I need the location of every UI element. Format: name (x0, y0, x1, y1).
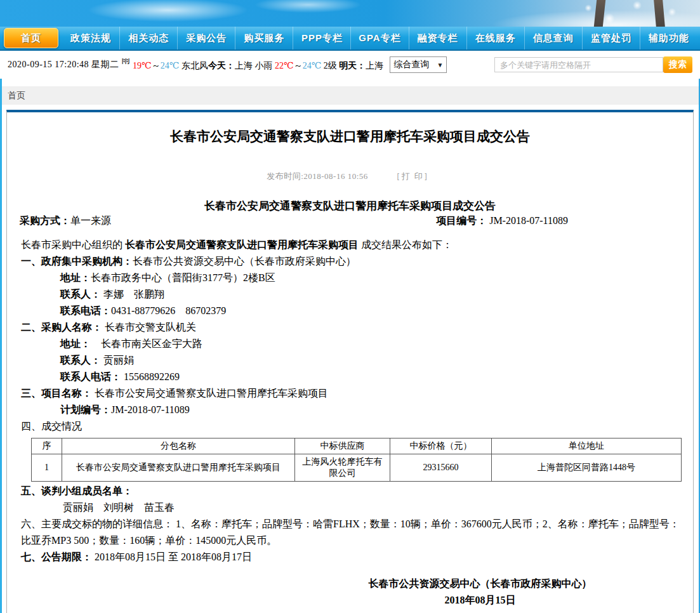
publish-row: 发布时间:2018-08-16 10:56 ［打 印］ (15, 171, 685, 182)
project-number: 项目编号： JM-2018-07-11089 (436, 214, 568, 228)
search-input[interactable] (494, 57, 663, 72)
nav-tab-ppp[interactable]: PPP专栏 (293, 27, 351, 49)
nav-tab-info-query[interactable]: 信息查询 (525, 27, 583, 49)
weather-tilde: ～ (152, 61, 161, 70)
weather-today-label: 今天： (208, 61, 235, 70)
document-meta-row: 采购方式：单一来源 项目编号： JM-2018-07-11089 (15, 214, 685, 228)
table-cell: 29315660 (390, 454, 492, 482)
weather-temp-low: 24℃ (161, 61, 180, 70)
nav-tab-online-service[interactable]: 在线服务 (467, 27, 525, 49)
breadcrumb: 首页 (0, 86, 700, 105)
table-header-cell: 单位地址 (492, 438, 682, 454)
section-1-contact: 联系人： 李娜 张鹏翔 (21, 286, 685, 303)
section-7-period: 七、公告期限： 2018年08月15日 至 2018年08月17日 (21, 549, 685, 565)
print-link[interactable]: ［打 印］ (392, 171, 433, 181)
nav-tab-purchase-service[interactable]: 购买服务 (235, 27, 293, 49)
section-6-details: 六、主要成交标的物的详细信息： 1、名称：摩托车；品牌型号：哈雷FLHX；数量：… (21, 516, 685, 549)
search-category-value: 综合查询 (393, 59, 429, 70)
table-header-cell: 分包名称 (62, 438, 295, 454)
section-2-phone: 联系人电话： 15568892269 (21, 369, 685, 385)
table-cell: 上海普陀区同普路1448号 (492, 454, 682, 482)
weather-tilde: ～ (294, 61, 303, 70)
nav-tab-policy[interactable]: 政策法规 (62, 27, 120, 49)
page-edge-accent (0, 79, 2, 613)
nav-tab-announcements[interactable]: 采购公告 (178, 27, 235, 49)
announcement-content: 长春市公安局交通警察支队进口警用摩托车采购项目成交公告 发布时间:2018-08… (6, 110, 694, 613)
section-1-agency: 一、政府集中采购机构：长春市公共资源交易中心（长春市政府采购中心） (21, 253, 685, 270)
table-cell: 长春市公安局交通警察支队进口警用摩托车采购项目 (62, 454, 295, 482)
nav-tab-gpa[interactable]: GPA专栏 (351, 27, 409, 49)
weather-today-text: 上海 小雨 (235, 61, 275, 70)
weather-temp-high: 22℃ (275, 61, 294, 70)
weather-temp-low: 24℃ (303, 61, 322, 70)
weather-wind: 东北风 (179, 61, 208, 70)
toolbar: 2020-09-15 17:20:48 星期二 雨 19℃～24℃ 东北风今天：… (0, 51, 700, 79)
document-title: 长春市公安局交通警察支队进口警用摩托车采购项目成交公告 (15, 199, 685, 213)
weather-wind-level: 2级 (321, 61, 339, 70)
main-nav: 首页 政策法规 相关动态 采购公告 购买服务 PPP专栏 GPA专栏 融资专栏 … (0, 27, 700, 51)
section-5-heading: 五、谈判小组成员名单： (21, 483, 685, 499)
signature-block: 长春市公共资源交易中心（长春市政府采购中心） 2018年08月15日 (21, 576, 685, 609)
nav-tab-supervision[interactable]: 监管处罚 (583, 27, 640, 49)
nav-tab-home[interactable]: 首页 (4, 28, 58, 48)
nav-tab-financing[interactable]: 融资专栏 (409, 27, 467, 49)
table-cell: 1 (32, 454, 62, 482)
deal-result-table: 序 分包名称 中标供应商 中标价格（元） 单位地址 1 长春市公安局交通警察支队… (31, 438, 682, 482)
section-3-project: 三、项目名称： 长春市公安局交通警察支队进口警用摩托车采购项目 (21, 385, 685, 402)
weather-clipped-word: 雨 (122, 58, 131, 66)
site-banner (0, 0, 700, 27)
nav-tab-assist[interactable]: 辅助功能 (640, 27, 697, 49)
section-2-address: 地址： 长春市南关区金宇大路 (21, 336, 685, 352)
breadcrumb-home[interactable]: 首页 (8, 90, 25, 102)
table-row: 1 长春市公安局交通警察支队进口警用摩托车采购项目 上海风火轮摩托车有限公司 2… (32, 454, 682, 482)
table-header-cell: 中标价格（元） (390, 438, 492, 454)
table-cell: 上海风火轮摩托车有限公司 (295, 454, 390, 482)
section-2-purchaser: 二、采购人名称： 长春市交警支队机关 (21, 319, 685, 336)
search-category-select[interactable]: 综合查询 ▼ (390, 56, 447, 73)
weather-tomorrow-label: 明天： (339, 61, 366, 70)
section-2-contact: 联系人： 贡丽娟 (21, 352, 685, 369)
weather-tomorrow-text: 上海 (366, 61, 383, 70)
table-header-cell: 中标供应商 (295, 438, 390, 454)
search-button[interactable]: 搜索 (663, 56, 692, 73)
publish-time: 发布时间:2018-08-16 10:56 (267, 171, 368, 181)
weather-ticker: 雨 19℃～24℃ 东北风今天：上海 小雨 22℃～24℃ 2级 明天：上海 (122, 58, 384, 72)
section-1-phone: 联系电话：0431-88779626 86702379 (21, 303, 685, 319)
table-header-cell: 序 (32, 438, 62, 454)
section-1-address: 地址：长春市政务中心（普阳街3177号）2楼B区 (21, 270, 685, 286)
section-5-members: 贡丽娟 刘明树 苗玉春 (21, 499, 685, 516)
signature-organization: 长春市公共资源交易中心（长春市政府采购中心） (275, 576, 685, 592)
procurement-method: 采购方式：单一来源 (20, 214, 111, 228)
table-header-row: 序 分包名称 中标供应商 中标价格（元） 单位地址 (32, 438, 682, 454)
chevron-down-icon: ▼ (437, 62, 443, 69)
banner-snow-decoration (560, 0, 700, 27)
page: 首页 政策法规 相关动态 采购公告 购买服务 PPP专栏 GPA专栏 融资专栏 … (0, 0, 700, 613)
weather-temp-high: 19℃ (133, 61, 152, 70)
intro-line: 长春市采购中心组织的 长春市公安局交通警察支队进口警用摩托车采购项目 成交结果公… (21, 237, 685, 253)
section-4-heading: 四、成交情况 (21, 418, 685, 435)
announcement-body: 长春市采购中心组织的 长春市公安局交通警察支队进口警用摩托车采购项目 成交结果公… (15, 237, 685, 609)
page-title: 长春市公安局交通警察支队进口警用摩托车采购项目成交公告 (15, 128, 685, 145)
signature-date: 2018年08月15日 (275, 592, 685, 609)
nav-tab-news[interactable]: 相关动态 (120, 27, 178, 49)
current-datetime: 2020-09-15 17:20:48 星期二 (8, 59, 119, 70)
section-3-plan-number: 计划编号：JM-2018-07-11089 (21, 402, 685, 418)
